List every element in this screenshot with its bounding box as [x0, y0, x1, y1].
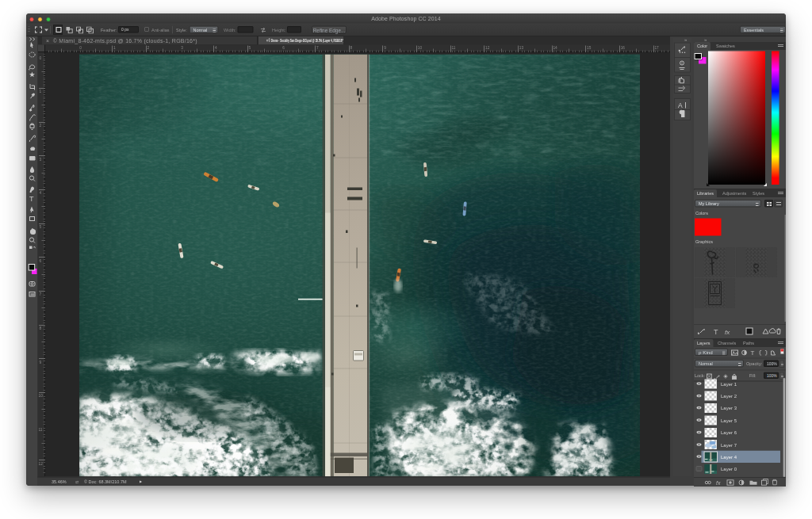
svg-text:fx: fx: [725, 329, 730, 336]
svg-text:A: A: [678, 101, 683, 109]
svg-text:fx: fx: [716, 479, 721, 485]
svg-text:T: T: [714, 328, 718, 336]
svg-text:T: T: [751, 349, 755, 357]
svg-text:T: T: [29, 195, 34, 203]
